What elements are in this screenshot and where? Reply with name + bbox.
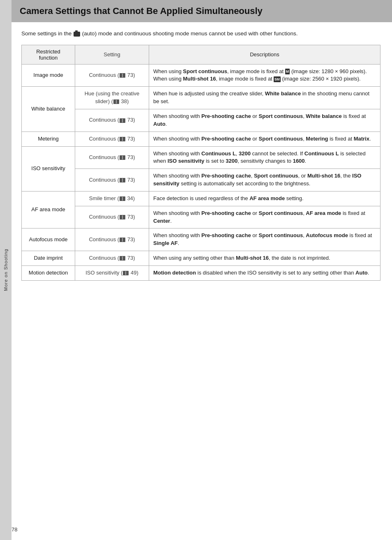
setting-cell: Continuous ( 73) bbox=[75, 109, 149, 132]
description-cell: When shooting with Pre-shooting cache or… bbox=[149, 132, 380, 146]
table-row: White balanceHue (using the creative sli… bbox=[22, 87, 380, 109]
description-cell: When shooting with Continuous L, 3200 ca… bbox=[149, 146, 380, 169]
page-number: 78 bbox=[12, 526, 17, 533]
restricted-function-cell: White balance bbox=[22, 87, 75, 132]
description-cell: When using any setting other than Multi-… bbox=[149, 251, 380, 266]
table-header-row: Restrictedfunction Setting Descriptions bbox=[22, 45, 380, 64]
intro-text-before: Some settings in the bbox=[21, 30, 71, 37]
sidebar-label: More on Shooting bbox=[3, 249, 8, 291]
setting-cell: Hue (using the creative slider) ( 38) bbox=[75, 87, 149, 109]
intro-paragraph: Some settings in the (auto) mode and con… bbox=[21, 30, 380, 38]
main-content: Camera Settings that Cannot Be Applied S… bbox=[12, 0, 392, 540]
description-cell: When hue is adjusted using the creative … bbox=[149, 87, 380, 109]
description-cell: When shooting with Pre-shooting cache or… bbox=[149, 206, 380, 228]
header-descriptions: Descriptions bbox=[149, 45, 380, 64]
restricted-function-cell: Metering bbox=[22, 132, 75, 146]
header-setting: Setting bbox=[75, 45, 149, 64]
table-row: ISO sensitivityContinuous ( 73)When shoo… bbox=[22, 146, 380, 169]
setting-cell: Continuous ( 73) bbox=[75, 64, 149, 87]
setting-cell: Continuous ( 73) bbox=[75, 251, 149, 266]
setting-cell: Smile timer ( 34) bbox=[75, 191, 149, 206]
table-row: Image modeContinuous ( 73)When using Spo… bbox=[22, 64, 380, 87]
table-row: MeteringContinuous ( 73)When shooting wi… bbox=[22, 132, 380, 146]
setting-cell: Continuous ( 73) bbox=[75, 146, 149, 169]
description-cell: Motion detection is disabled when the IS… bbox=[149, 265, 380, 280]
restricted-function-cell: AF area mode bbox=[22, 191, 75, 228]
sidebar-tab: More on Shooting bbox=[0, 0, 12, 540]
table-row: Continuous ( 73)When shooting with Pre-s… bbox=[22, 169, 380, 192]
restricted-function-cell: ISO sensitivity bbox=[22, 146, 75, 191]
table-row: Continuous ( 73)When shooting with Pre-s… bbox=[22, 206, 380, 228]
table-row: Continuous ( 73)When shooting with Pre-s… bbox=[22, 109, 380, 132]
page-title: Camera Settings that Cannot Be Applied S… bbox=[20, 6, 384, 16]
description-cell: When shooting with Pre-shooting cache or… bbox=[149, 228, 380, 251]
settings-table: Restrictedfunction Setting Descriptions … bbox=[21, 45, 380, 281]
description-cell: Face detection is used regardless of the… bbox=[149, 191, 380, 206]
table-row: Date imprintContinuous ( 73)When using a… bbox=[22, 251, 380, 266]
table-row: Autofocus modeContinuous ( 73)When shoot… bbox=[22, 228, 380, 251]
restricted-function-cell: Motion detection bbox=[22, 265, 75, 280]
setting-cell: Continuous ( 73) bbox=[75, 228, 149, 251]
setting-cell: Continuous ( 73) bbox=[75, 169, 149, 192]
table-row: Motion detectionISO sensitivity ( 49)Mot… bbox=[22, 265, 380, 280]
camera-icon bbox=[74, 32, 80, 37]
setting-cell: Continuous ( 73) bbox=[75, 206, 149, 228]
intro-text-after: (auto) mode and continuous shooting mode… bbox=[82, 30, 298, 37]
header-restricted: Restrictedfunction bbox=[22, 45, 75, 64]
table-row: AF area modeSmile timer ( 34)Face detect… bbox=[22, 191, 380, 206]
page-header: Camera Settings that Cannot Be Applied S… bbox=[12, 0, 392, 22]
page: More on Shooting Camera Settings that Ca… bbox=[0, 0, 392, 540]
description-cell: When shooting with Pre-shooting cache, S… bbox=[149, 169, 380, 192]
restricted-function-cell: Autofocus mode bbox=[22, 228, 75, 251]
restricted-function-cell: Image mode bbox=[22, 64, 75, 87]
description-cell: When shooting with Pre-shooting cache or… bbox=[149, 109, 380, 132]
setting-cell: ISO sensitivity ( 49) bbox=[75, 265, 149, 280]
description-cell: When using Sport continuous, image mode … bbox=[149, 64, 380, 87]
restricted-function-cell: Date imprint bbox=[22, 251, 75, 266]
setting-cell: Continuous ( 73) bbox=[75, 132, 149, 146]
